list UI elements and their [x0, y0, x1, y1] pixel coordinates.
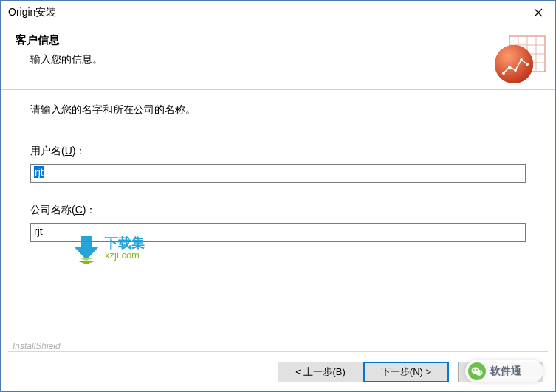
company-block: 公司名称(C)： rjt [30, 204, 526, 242]
header-subtitle: 输入您的信息。 [16, 53, 540, 66]
svg-point-9 [502, 72, 505, 75]
close-icon [534, 8, 543, 17]
username-label: 用户名(U)： [30, 145, 526, 158]
installshield-label: InstallShield [10, 341, 64, 351]
content-area: 请输入您的名字和所在公司的名称。 用户名(U)： rjt 公司名称(C)： rj… [1, 90, 555, 242]
cancel-button[interactable]: 取消 [458, 362, 543, 382]
instruction-text: 请输入您的名字和所在公司的名称。 [30, 103, 526, 117]
header-title: 客户信息 [16, 33, 540, 47]
svg-marker-16 [78, 258, 95, 261]
titlebar: Origin安装 [1, 1, 555, 24]
username-input[interactable]: rjt [30, 164, 526, 183]
origin-logo-icon [493, 32, 546, 85]
svg-point-13 [526, 63, 529, 66]
svg-marker-15 [77, 261, 96, 264]
footer-divider [8, 351, 548, 352]
company-input[interactable]: rjt [30, 223, 526, 242]
header-section: 客户信息 输入您的信息。 [1, 24, 555, 89]
window-title: Origin安装 [8, 6, 56, 19]
download-watermark-url: xzji.com [105, 250, 145, 261]
button-row: < 上一步(B) 下一步(N) > 取消 [278, 362, 543, 382]
next-button[interactable]: 下一步(N) > [363, 362, 449, 382]
close-button[interactable] [521, 1, 555, 24]
username-block: 用户名(U)： rjt [30, 145, 526, 183]
svg-point-12 [520, 58, 523, 61]
svg-point-10 [508, 66, 511, 69]
back-button[interactable]: < 上一步(B) [278, 362, 363, 382]
company-label: 公司名称(C)： [30, 204, 526, 217]
svg-point-11 [514, 69, 517, 72]
